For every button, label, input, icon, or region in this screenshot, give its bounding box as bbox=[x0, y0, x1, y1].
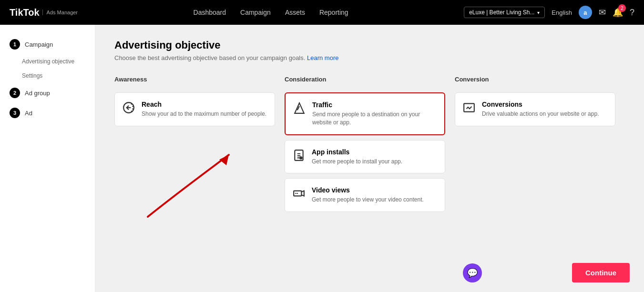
traffic-card[interactable]: Traffic Send more people to a destinatio… bbox=[285, 92, 445, 135]
conversion-section: Conversion Conversions Drive valuable ac… bbox=[455, 76, 625, 222]
traffic-icon bbox=[293, 102, 306, 117]
reach-icon bbox=[123, 101, 135, 117]
svg-point-5 bbox=[300, 157, 302, 159]
consideration-cards: Traffic Send more people to a destinatio… bbox=[285, 92, 455, 212]
consideration-title: Consideration bbox=[285, 76, 455, 87]
main-content: Advertising objective Choose the best ad… bbox=[95, 25, 644, 292]
conversion-title: Conversion bbox=[455, 76, 625, 87]
nav-assets[interactable]: Assets bbox=[285, 9, 305, 16]
sidebar-sub-advertising-objective[interactable]: Advertising objective bbox=[0, 54, 95, 69]
step-number-2: 2 bbox=[10, 88, 20, 98]
svg-marker-1 bbox=[219, 155, 229, 165]
video-views-name: Video views bbox=[312, 186, 424, 194]
page-title: Advertising objective bbox=[114, 39, 625, 51]
nav-dashboard[interactable]: Dashboard bbox=[194, 9, 226, 16]
language-selector[interactable]: English bbox=[552, 9, 572, 16]
svg-marker-2 bbox=[295, 103, 304, 113]
notifications-icon[interactable]: 🔔 2 bbox=[613, 7, 623, 18]
nav-campaign[interactable]: Campaign bbox=[240, 9, 271, 16]
app-installs-icon bbox=[293, 149, 305, 164]
chat-support-button[interactable]: 💬 bbox=[463, 263, 482, 282]
video-views-card[interactable]: Video views Get more people to view your… bbox=[285, 178, 445, 212]
conversion-cards: Conversions Drive valuable actions on yo… bbox=[455, 92, 625, 126]
conversions-card[interactable]: Conversions Drive valuable actions on yo… bbox=[455, 92, 615, 126]
main-layout: 1 Campaign Advertising objective Setting… bbox=[0, 25, 644, 292]
awareness-title: Awareness bbox=[114, 76, 285, 87]
page-subtitle: Choose the best advertising objective ba… bbox=[114, 54, 625, 61]
sidebar-item-ad[interactable]: 3 Ad bbox=[0, 103, 95, 123]
messages-icon[interactable]: ✉ bbox=[599, 7, 606, 18]
reach-card[interactable]: Reach Show your ad to the maximum number… bbox=[114, 92, 275, 126]
chevron-down-icon: ▾ bbox=[537, 10, 540, 15]
sidebar-item-ad-group[interactable]: 2 Ad group bbox=[0, 83, 95, 103]
conversions-name: Conversions bbox=[482, 101, 599, 108]
notification-badge: 2 bbox=[618, 4, 626, 12]
sidebar-label-campaign: Campaign bbox=[25, 41, 53, 48]
account-name: eLuxe | Better Living Sh... bbox=[469, 9, 534, 16]
learn-more-link[interactable]: Learn more bbox=[307, 54, 338, 61]
nav-links: Dashboard Campaign Assets Reporting bbox=[92, 9, 450, 16]
traffic-desc: Send more people to a destination on you… bbox=[312, 111, 437, 127]
sidebar: 1 Campaign Advertising objective Setting… bbox=[0, 25, 95, 292]
conversions-desc: Drive valuable actions on your website o… bbox=[482, 110, 599, 118]
app-installs-desc: Get more people to install your app. bbox=[312, 158, 402, 166]
reach-card-text: Reach Show your ad to the maximum number… bbox=[142, 101, 266, 118]
sidebar-label-ad: Ad bbox=[25, 110, 32, 117]
step-number-3: 3 bbox=[10, 108, 20, 118]
app-installs-card-text: App installs Get more people to install … bbox=[312, 148, 402, 166]
avatar[interactable]: a bbox=[579, 6, 592, 19]
logo: TikTok Ads Manager bbox=[10, 7, 78, 18]
nav-reporting[interactable]: Reporting bbox=[319, 9, 348, 16]
sidebar-sub-settings[interactable]: Settings bbox=[0, 69, 95, 83]
continue-button[interactable]: Continue bbox=[572, 263, 630, 282]
reach-name: Reach bbox=[142, 101, 266, 108]
conversions-icon bbox=[463, 101, 475, 117]
account-selector[interactable]: eLuxe | Better Living Sh... ▾ bbox=[464, 7, 545, 18]
conversions-card-text: Conversions Drive valuable actions on yo… bbox=[482, 101, 599, 118]
video-views-icon bbox=[293, 187, 305, 202]
nav-right: eLuxe | Better Living Sh... ▾ English a … bbox=[464, 6, 634, 19]
awareness-section: Awareness bbox=[114, 76, 285, 222]
sidebar-label-ad-group: Ad group bbox=[25, 90, 50, 97]
consideration-section: Consideration Traffic Send more people bbox=[285, 76, 455, 222]
video-views-card-text: Video views Get more people to view your… bbox=[312, 186, 424, 204]
video-views-desc: Get more people to view your video conte… bbox=[312, 196, 424, 204]
step-number-1: 1 bbox=[10, 39, 20, 50]
reach-desc: Show your ad to the maximum number of pe… bbox=[142, 110, 266, 118]
ads-manager-label: Ads Manager bbox=[42, 10, 78, 15]
tiktok-logo-text: TikTok bbox=[10, 7, 40, 18]
traffic-name: Traffic bbox=[312, 101, 437, 109]
app-installs-name: App installs bbox=[312, 148, 402, 156]
app-installs-card[interactable]: App installs Get more people to install … bbox=[285, 140, 445, 174]
help-icon[interactable]: ? bbox=[630, 8, 634, 18]
traffic-card-text: Traffic Send more people to a destinatio… bbox=[312, 101, 437, 127]
top-navigation: TikTok Ads Manager Dashboard Campaign As… bbox=[0, 0, 644, 25]
awareness-cards: Reach Show your ad to the maximum number… bbox=[114, 92, 285, 126]
sidebar-item-campaign[interactable]: 1 Campaign bbox=[0, 34, 95, 54]
objectives-grid: Awareness bbox=[114, 76, 625, 222]
